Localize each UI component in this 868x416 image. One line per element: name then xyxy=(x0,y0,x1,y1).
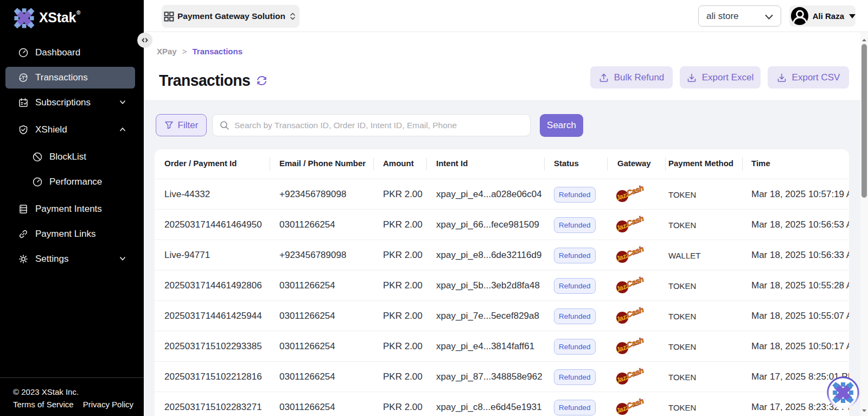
svg-text:Cash: Cash xyxy=(626,215,645,228)
svg-text:Cash: Cash xyxy=(626,397,645,411)
svg-text:Cash: Cash xyxy=(626,336,645,350)
svg-text:Cash: Cash xyxy=(626,367,645,380)
svg-text:Cash: Cash xyxy=(626,306,645,319)
svg-text:Cash: Cash xyxy=(626,245,645,259)
svg-text:Cash: Cash xyxy=(626,275,645,289)
svg-text:Cash: Cash xyxy=(626,184,645,198)
